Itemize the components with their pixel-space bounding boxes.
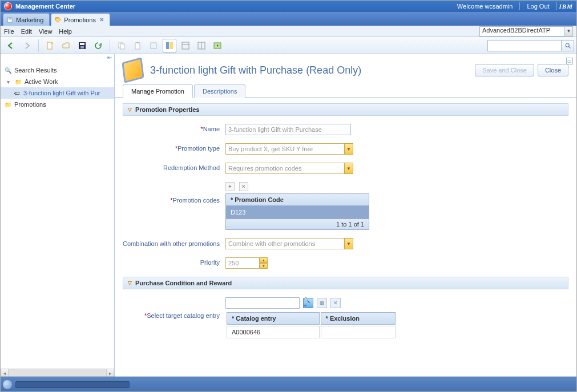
sidebar-h-scroll[interactable]: ◂ ▸ [1,369,114,377]
close-editor-icon[interactable]: ▭ [566,58,573,64]
tree-label: Promotions [14,101,46,108]
tab-descriptions[interactable]: Descriptions [194,84,246,98]
form-scroller[interactable]: ▽ Promotion Properties *Name *Promotion … [115,98,576,377]
cut-button[interactable] [147,39,160,52]
page-icon [7,17,14,23]
svg-marker-3 [56,17,61,22]
tag-icon: 🏷 [13,89,21,97]
menu-file[interactable]: File [4,28,14,35]
tree-active-work[interactable]: ▾ 📁 Active Work [1,76,114,87]
copy-button[interactable] [115,39,128,52]
name-field [225,124,351,135]
svg-rect-14 [151,43,156,49]
tree-active-item[interactable]: 🏷 3-function light Gift with Pur [1,87,114,99]
divider [556,2,557,10]
tab-label: Marketing [16,17,43,23]
section-title: Promotion Properties [135,106,199,113]
catalog-col-entry[interactable]: * Catalog entry [227,312,320,325]
menu-help[interactable]: Help [59,28,72,35]
editor-area: ▭ 3-function light Gift with Purchase (R… [115,54,576,377]
menu-view[interactable]: View [39,28,53,35]
divider [519,2,520,10]
section-promotion-properties[interactable]: ▽ Promotion Properties [123,103,568,116]
redemption-select[interactable]: Requires promotion codes [225,163,344,174]
label-name: Name [203,126,220,132]
tab-marketing[interactable]: Marketing [3,13,50,26]
refresh-button[interactable] [91,39,105,52]
tab-manage-promotion[interactable]: Manage Promotion [123,84,193,98]
close-button[interactable]: Close [538,64,568,76]
globe-icon [4,2,12,10]
label-combo: Combination with other promotions [123,240,220,247]
catalog-row[interactable]: A0000646 [227,326,396,338]
logout-link[interactable]: Log Out [527,3,549,10]
folder-icon: 📁 [14,78,22,86]
section-purchase-condition[interactable]: ▽ Purchase Condition and Reward [123,277,568,289]
button-4[interactable] [163,39,176,52]
codes-table: * Promotion Code D123 1 to 1 of 1 [225,193,369,230]
paste-button[interactable] [131,39,144,52]
new-code-icon[interactable]: ✦ [225,182,235,191]
tree-search-results[interactable]: 🔍 Search Results [1,64,114,76]
catalog-col-exclusion[interactable]: * Exclusion [321,312,396,325]
save-close-button[interactable]: Save and Close [475,64,534,76]
toolbar: ✦ [1,37,576,54]
scroll-right-icon[interactable]: ▸ [106,369,114,377]
layout-2-button[interactable] [195,39,208,52]
collapse-icon[interactable]: ▽ [128,107,132,112]
svg-rect-15 [166,42,169,49]
tree-promotions[interactable]: 📁 Promotions [1,99,114,110]
svg-rect-16 [170,42,173,49]
priority-stepper[interactable]: ▲ ▼ [260,257,268,269]
folder-icon: 📁 [4,100,12,108]
page-title: 3-function light Gift with Purchase (Rea… [150,64,471,76]
delete-code-icon[interactable]: ✕ [239,182,248,191]
store-selector[interactable]: AdvancedB2BDirectATP ▼ [479,26,573,37]
catalog-search-input[interactable] [225,297,300,309]
search-button[interactable] [562,40,574,51]
chevron-down-icon[interactable]: ▼ [344,238,353,249]
label-codes: Promotion codes [172,197,220,204]
new-button[interactable]: ✦ [43,39,57,52]
collapse-icon[interactable]: ⇤ [107,54,112,62]
app-header: Management Center Welcome wcsadmin Log O… [1,1,576,12]
scroll-left-icon[interactable]: ◂ [1,369,9,377]
catalog-btn-3[interactable]: ✕ [330,298,341,308]
explorer-sidebar: ⇤ 🔍 Search Results ▾ 📁 Active Work 🏷 3-f… [1,54,115,377]
find-add-button[interactable]: 🔍+ [303,298,313,308]
preview-button[interactable] [211,39,224,52]
forward-button[interactable] [20,39,34,52]
back-button[interactable] [4,39,18,52]
search-icon: 🔍 [4,66,12,74]
tag-icon [55,17,62,23]
spin-down-icon[interactable]: ▼ [260,263,268,269]
explorer-tree: 🔍 Search Results ▾ 📁 Active Work 🏷 3-fun… [1,62,114,369]
combo-select[interactable]: Combine with other promotions [225,238,344,249]
codes-header[interactable]: * Promotion Code [226,194,369,206]
menu-edit[interactable]: Edit [21,28,32,35]
menu-bar: File Edit View Help AdvancedB2BDirectATP… [1,26,576,37]
svg-rect-1 [9,18,11,19]
svg-point-4 [57,18,58,19]
layout-1-button[interactable] [179,39,192,52]
search-input[interactable] [487,40,562,51]
save-button[interactable] [75,39,89,52]
status-bar [1,377,576,391]
workspace-tabs: Marketing Promotions ✕ [1,12,576,26]
catalog-btn-2[interactable]: ▦ [317,298,327,308]
chevron-down-icon[interactable]: ▼ [344,143,353,155]
tab-label: Promotions [64,17,96,23]
chevron-down-icon[interactable]: ▼ [344,163,353,174]
collapse-icon[interactable]: ▽ [128,280,132,286]
expand-icon[interactable]: ▾ [4,78,12,86]
catalog-table: * Catalog entry * Exclusion A0000646 [225,311,397,340]
spin-up-icon[interactable]: ▲ [260,257,268,263]
chevron-down-icon[interactable]: ▼ [565,26,573,37]
catalog-cell-exclusion [321,326,396,338]
tab-close-icon[interactable]: ✕ [99,17,104,23]
codes-row[interactable]: D123 [226,206,369,219]
open-button[interactable] [59,39,73,52]
priority-field[interactable] [225,257,260,269]
type-select[interactable]: Buy product X, get SKU Y free [225,143,344,155]
tab-promotions[interactable]: Promotions ✕ [51,13,110,26]
